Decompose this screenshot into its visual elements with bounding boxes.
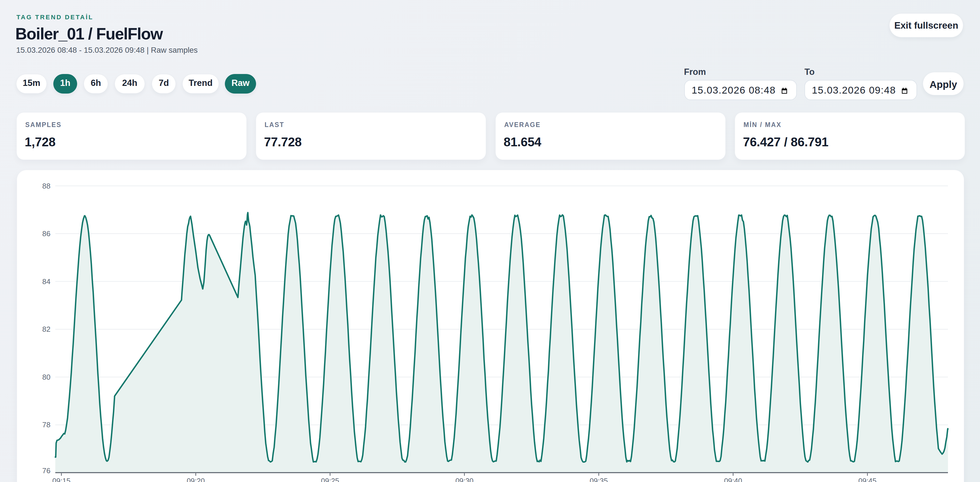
- svg-text:09:45: 09:45: [858, 477, 877, 482]
- svg-text:09:35: 09:35: [590, 477, 608, 482]
- svg-text:88: 88: [42, 182, 51, 190]
- svg-text:84: 84: [42, 277, 51, 286]
- svg-text:80: 80: [42, 373, 51, 381]
- svg-text:76: 76: [42, 466, 51, 475]
- svg-text:78: 78: [42, 420, 51, 429]
- svg-text:09:40: 09:40: [724, 477, 742, 482]
- svg-text:86: 86: [42, 229, 51, 238]
- svg-text:09:15: 09:15: [52, 477, 71, 482]
- svg-text:09:25: 09:25: [321, 477, 339, 482]
- svg-text:09:20: 09:20: [186, 477, 205, 482]
- svg-text:82: 82: [42, 325, 51, 333]
- svg-text:09:30: 09:30: [455, 477, 474, 482]
